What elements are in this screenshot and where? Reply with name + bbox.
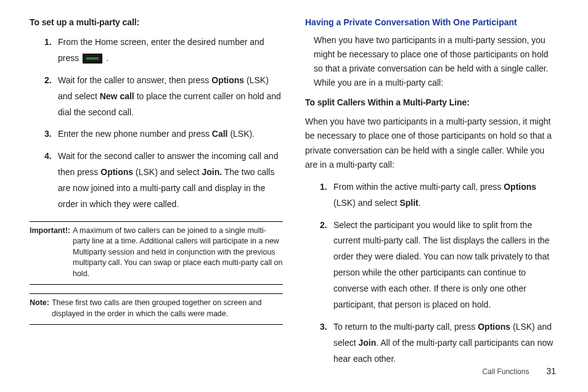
options-label-2: Options — [100, 167, 133, 177]
two-column-layout: To set up a multi-party call: From the H… — [30, 17, 558, 374]
split-steps: From within the active multi-party call,… — [320, 179, 558, 367]
step-2: Wait for the caller to answer, then pres… — [44, 73, 283, 121]
important-label: Important!: — [30, 226, 73, 280]
important-note: Important!: A maximum of two callers can… — [30, 226, 283, 280]
options-label-4: Options — [478, 322, 510, 332]
setup-steps: From the Home screen, enter the desired … — [44, 35, 283, 213]
important-body: A maximum of two callers can be joined t… — [73, 226, 283, 280]
important-rule-top — [30, 221, 283, 222]
join-label-2: Join — [358, 338, 376, 348]
step-4-text-c: (LSK) and select — [133, 167, 202, 177]
footer-section: Call Functions — [482, 367, 529, 376]
note-label: Note: — [30, 298, 52, 319]
right-column: Having a Private Conversation With One P… — [305, 17, 558, 374]
step-1: From the Home screen, enter the desired … — [44, 35, 283, 67]
split-subheading: To split Callers Within a Multi-Party Li… — [305, 97, 558, 107]
split-step-3: To return to the multi-party call, press… — [320, 319, 558, 367]
private-convo-heading: Having a Private Conversation With One P… — [305, 17, 558, 27]
call-label: Call — [212, 129, 228, 139]
footer-page-number: 31 — [546, 366, 556, 376]
private-convo-intro: When you have two participants in a mult… — [314, 33, 558, 90]
step-1-text-b: . — [104, 53, 108, 63]
note-rule-top — [30, 293, 283, 294]
step-3-text-a: Enter the new phone number and press — [58, 129, 212, 139]
new-call-label: New call — [100, 91, 134, 101]
call-button-icon — [83, 54, 102, 63]
step-3-text-c: (LSK). — [228, 129, 255, 139]
step-2-text-a: Wait for the caller to answer, then pres… — [58, 75, 211, 85]
split-3-a: To return to the multi-party call, press — [333, 322, 478, 332]
step-4: Wait for the second caller to answer the… — [44, 149, 283, 213]
setup-heading: To set up a multi-party call: — [30, 17, 283, 27]
step-3: Enter the new phone number and press Cal… — [44, 126, 283, 142]
note-body: These first two calls are then grouped t… — [52, 298, 283, 319]
split-1-e: . — [419, 198, 421, 208]
note-rule-bottom — [30, 324, 283, 325]
important-rule-bottom — [30, 284, 283, 285]
split-step-2: Select the participant you would like to… — [320, 218, 558, 313]
page-footer: Call Functions 31 — [482, 366, 556, 376]
left-column: To set up a multi-party call: From the H… — [30, 17, 283, 374]
options-label: Options — [211, 75, 244, 85]
split-1-c: (LSK) and select — [333, 198, 399, 208]
note-block: Note: These first two calls are then gro… — [30, 298, 283, 319]
split-1-a: From within the active multi-party call,… — [333, 182, 504, 192]
split-intro: When you have two participants in a mult… — [305, 115, 558, 171]
options-label-3: Options — [504, 182, 536, 192]
split-step-1: From within the active multi-party call,… — [320, 179, 558, 211]
join-label: Join. — [202, 167, 222, 177]
split-label: Split — [399, 198, 418, 208]
